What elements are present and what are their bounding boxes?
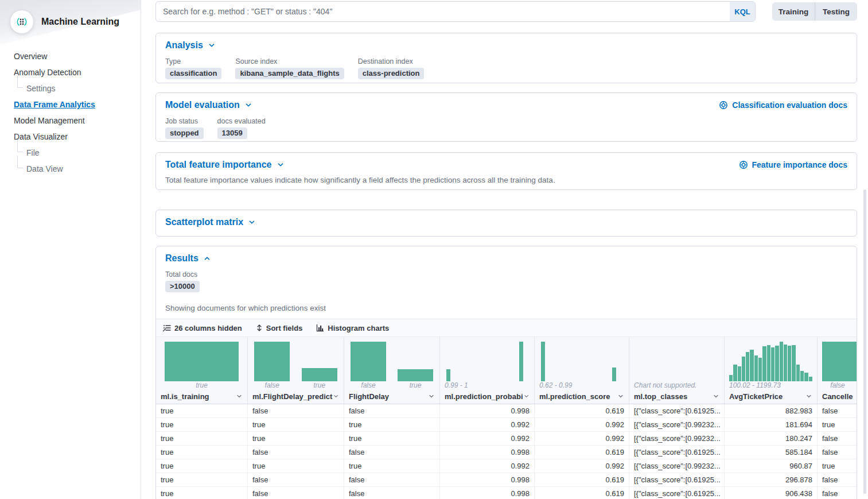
sort-fields-button[interactable]: Sort fields bbox=[256, 324, 303, 332]
histogram-charts-button[interactable]: Histogram charts bbox=[316, 324, 389, 332]
table-cell[interactable]: [{"class_score":[0.61925... bbox=[629, 404, 725, 417]
analysis-accordion-toggle[interactable]: Analysis bbox=[165, 40, 216, 51]
tree-line bbox=[17, 140, 23, 152]
column-actions[interactable]: ml.top_classes bbox=[629, 391, 724, 404]
table-cell[interactable]: false bbox=[818, 432, 857, 445]
grid-body: truefalsefalse0.9980.619[{"class_score":… bbox=[156, 404, 857, 499]
table-cell[interactable]: true bbox=[156, 404, 248, 417]
table-cell[interactable]: 181.694 bbox=[725, 418, 818, 431]
table-cell[interactable]: 0.619 bbox=[535, 404, 629, 417]
table-cell[interactable]: 0.998 bbox=[440, 487, 535, 499]
table-row: truefalsefalse0.9980.619[{"class_score":… bbox=[156, 446, 857, 459]
sidebar-title: Machine Learning bbox=[41, 17, 119, 27]
sidebar-item-model-management[interactable]: Model Management bbox=[0, 113, 141, 129]
table-cell[interactable]: 180.247 bbox=[725, 432, 818, 445]
table-cell[interactable]: 296.878 bbox=[725, 473, 818, 486]
table-cell[interactable]: true bbox=[344, 432, 440, 445]
table-cell[interactable]: [{"class_score":[0.61925... bbox=[629, 487, 725, 499]
table-cell[interactable]: 0.998 bbox=[440, 446, 535, 459]
model-evaluation-accordion-toggle[interactable]: Model evaluation bbox=[165, 100, 252, 110]
column-actions[interactable]: Cancelled bbox=[818, 391, 857, 404]
column-histogram bbox=[729, 342, 812, 381]
histogram-bar bbox=[742, 357, 745, 381]
table-cell[interactable]: false bbox=[344, 473, 440, 486]
table-cell[interactable]: false bbox=[818, 404, 857, 417]
table-cell[interactable]: [{"class_score":[0.99232... bbox=[629, 432, 725, 445]
table-cell[interactable]: 0.619 bbox=[535, 487, 629, 499]
column-actions[interactable]: ml.is_training bbox=[156, 391, 247, 404]
columns-hidden-button[interactable]: 26 columns hidden bbox=[163, 324, 242, 332]
table-cell[interactable]: 585.184 bbox=[725, 446, 818, 459]
table-cell[interactable]: [{"class_score":[0.61925... bbox=[629, 446, 725, 459]
analysis-source-index-field: Source index kibana_sample_data_flights bbox=[235, 57, 344, 79]
table-cell[interactable]: 0.619 bbox=[535, 446, 629, 459]
table-cell[interactable]: true bbox=[818, 459, 857, 473]
classification-evaluation-docs-link[interactable]: Classification evaluation docs bbox=[719, 100, 847, 110]
table-cell[interactable]: false bbox=[248, 404, 344, 417]
training-button[interactable]: Training bbox=[772, 2, 815, 21]
histogram-label: 0.62 - 0.99 bbox=[535, 381, 629, 391]
testing-button[interactable]: Testing bbox=[815, 2, 857, 21]
table-cell[interactable]: 0.992 bbox=[535, 418, 629, 431]
column-actions[interactable]: ml.prediction_probabilit bbox=[440, 391, 534, 404]
histogram-bar bbox=[738, 366, 741, 381]
table-cell[interactable]: 960.87 bbox=[725, 459, 818, 473]
table-cell[interactable]: true bbox=[248, 432, 344, 445]
table-cell[interactable]: 0.992 bbox=[440, 418, 535, 431]
column-actions[interactable]: FlightDelay bbox=[344, 391, 439, 404]
table-cell[interactable]: 0.992 bbox=[535, 459, 629, 473]
scatterplot-accordion-toggle[interactable]: Scatterplot matrix bbox=[165, 217, 256, 227]
table-cell[interactable]: true bbox=[156, 459, 248, 473]
scrollbar-thumb[interactable] bbox=[863, 189, 866, 494]
table-cell[interactable]: 0.992 bbox=[440, 459, 535, 473]
table-cell[interactable]: 906.438 bbox=[725, 487, 818, 499]
table-cell[interactable]: true bbox=[156, 487, 248, 499]
sidebar-item-overview[interactable]: Overview bbox=[0, 48, 141, 64]
table-cell[interactable]: true bbox=[156, 432, 248, 445]
column-actions[interactable]: ml.prediction_score bbox=[535, 391, 629, 404]
table-cell[interactable]: false bbox=[344, 487, 440, 499]
table-cell[interactable]: false bbox=[344, 446, 440, 459]
search-input[interactable] bbox=[155, 1, 756, 22]
table-cell[interactable]: true bbox=[248, 459, 344, 473]
table-cell[interactable]: 0.998 bbox=[440, 404, 535, 417]
chevron-down-icon bbox=[208, 41, 216, 49]
table-cell[interactable]: 0.619 bbox=[535, 473, 629, 486]
results-accordion-toggle[interactable]: Results bbox=[165, 253, 211, 264]
feature-importance-accordion-toggle[interactable]: Total feature importance bbox=[165, 160, 285, 170]
sidebar-item-data-frame-analytics[interactable]: Data Frame Analytics bbox=[0, 96, 141, 113]
table-cell[interactable]: false bbox=[818, 446, 857, 459]
kql-button[interactable]: KQL bbox=[730, 2, 755, 21]
field-label: Job status bbox=[165, 117, 204, 125]
feature-importance-docs-link[interactable]: Feature importance docs bbox=[739, 160, 848, 169]
table-cell[interactable]: false bbox=[344, 404, 440, 417]
table-cell[interactable]: 0.992 bbox=[535, 432, 629, 445]
table-cell[interactable]: false bbox=[248, 487, 344, 499]
chevron-down-icon bbox=[244, 101, 252, 109]
table-cell[interactable]: true bbox=[818, 418, 857, 431]
histogram-bar bbox=[750, 350, 753, 381]
table-cell[interactable]: true bbox=[156, 446, 248, 459]
docs-evaluated-field: docs evaluated 13059 bbox=[217, 117, 266, 139]
table-cell[interactable]: false bbox=[248, 446, 344, 459]
table-cell[interactable]: 882.983 bbox=[725, 404, 818, 417]
column-actions[interactable]: AvgTicketPrice bbox=[725, 391, 817, 404]
table-cell[interactable]: false bbox=[818, 487, 857, 499]
table-cell[interactable]: false bbox=[248, 473, 344, 486]
table-cell[interactable]: true bbox=[156, 473, 248, 486]
sidebar-item-data-view[interactable]: Data View bbox=[0, 161, 141, 177]
table-cell[interactable]: true bbox=[248, 418, 344, 431]
table-cell[interactable]: false bbox=[818, 473, 857, 486]
field-label: Source index bbox=[235, 57, 344, 65]
table-cell[interactable]: [{"class_score":[0.61925... bbox=[629, 473, 725, 486]
table-cell[interactable]: 0.998 bbox=[440, 473, 535, 486]
table-row: truefalsefalse0.9980.619[{"class_score":… bbox=[156, 473, 857, 487]
table-cell[interactable]: [{"class_score":[0.99232... bbox=[629, 459, 725, 473]
table-cell[interactable]: true bbox=[344, 459, 440, 473]
table-cell[interactable]: 0.992 bbox=[440, 432, 535, 445]
column-actions[interactable]: ml.FlightDelay_predictio bbox=[248, 391, 344, 404]
table-cell[interactable]: [{"class_score":[0.99232... bbox=[629, 418, 725, 431]
sidebar-item-settings[interactable]: Settings bbox=[0, 80, 141, 96]
table-cell[interactable]: true bbox=[344, 418, 440, 431]
table-cell[interactable]: true bbox=[156, 418, 248, 431]
